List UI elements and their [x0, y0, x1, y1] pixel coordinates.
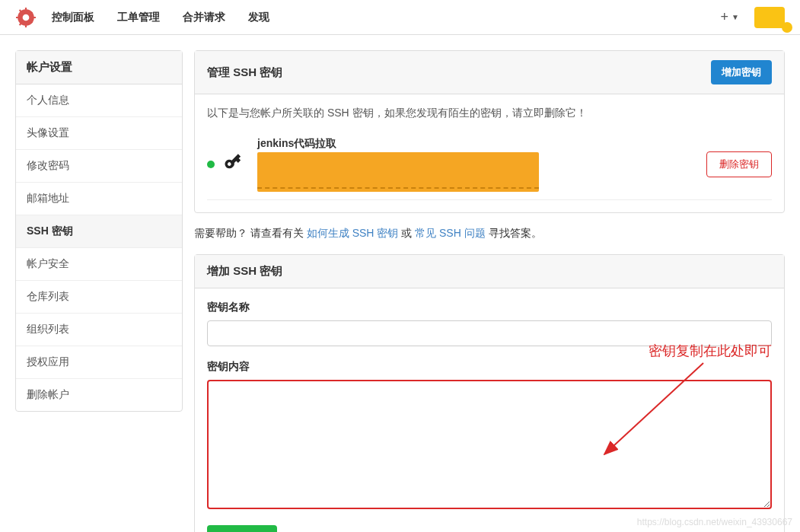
annotation-text: 密钥复制在此处即可	[649, 342, 772, 360]
help-link-generate[interactable]: 如何生成 SSH 密钥	[307, 227, 399, 239]
sidebar-item-security[interactable]: 帐户安全	[16, 248, 182, 281]
add-key-button-top[interactable]: 增加密钥	[711, 60, 772, 84]
delete-key-button[interactable]: 删除密钥	[706, 151, 772, 177]
key-name-label: 密钥名称	[207, 301, 772, 314]
sidebar-item-profile[interactable]: 个人信息	[16, 84, 182, 117]
key-content-textarea[interactable]	[207, 380, 772, 509]
help-text: 需要帮助？ 请查看有关 如何生成 SSH 密钥 或 常见 SSH 问题 寻找答案…	[194, 227, 785, 241]
key-content-label: 密钥内容	[207, 360, 772, 374]
create-dropdown[interactable]: + ▼	[721, 9, 739, 25]
sidebar-item-password[interactable]: 修改密码	[16, 150, 182, 183]
manage-ssh-panel: 管理 SSH 密钥 增加密钥 以下是与您帐户所关联的 SSH 密钥，如果您发现有…	[194, 50, 785, 213]
key-fingerprint-redacted	[257, 152, 539, 192]
top-nav: 控制面板 工单管理 合并请求 发现 + ▼	[0, 0, 800, 35]
logo-icon[interactable]	[15, 7, 37, 28]
plus-icon: +	[721, 9, 729, 25]
help-suffix: 寻找答案。	[486, 227, 542, 239]
add-ssh-panel: 增加 SSH 密钥 密钥名称 密钥复制在此处即可	[194, 254, 785, 532]
help-mid: 或	[398, 227, 415, 239]
sidebar-item-delete[interactable]: 删除帐户	[16, 379, 182, 411]
account-settings-panel: 帐户设置 个人信息 头像设置 修改密码 邮箱地址 SSH 密钥 帐户安全 仓库列…	[15, 50, 183, 412]
user-dropdown[interactable]	[754, 7, 785, 28]
add-ssh-title: 增加 SSH 密钥	[207, 264, 282, 279]
key-status-dot-icon	[207, 161, 215, 168]
avatar	[754, 7, 785, 28]
sidebar-item-repos[interactable]: 仓库列表	[16, 281, 182, 314]
nav-pulls[interactable]: 合并请求	[183, 11, 225, 24]
help-prefix: 需要帮助？ 请查看有关	[194, 227, 307, 239]
nav-dashboard[interactable]: 控制面板	[52, 11, 94, 24]
sidebar-item-email[interactable]: 邮箱地址	[16, 183, 182, 215]
nav-right: + ▼	[721, 7, 785, 28]
sidebar-item-apps[interactable]: 授权应用	[16, 346, 182, 379]
watermark: https://blog.csdn.net/weixin_43930667	[637, 517, 792, 527]
sidebar-item-ssh[interactable]: SSH 密钥	[16, 215, 182, 248]
manage-ssh-description: 以下是与您帐户所关联的 SSH 密钥，如果您发现有陌生的密钥，请立即删除它！	[207, 107, 772, 120]
sidebar-item-avatar[interactable]: 头像设置	[16, 117, 182, 150]
key-icon	[219, 148, 253, 181]
add-key-submit-button[interactable]: 增加密钥	[207, 525, 277, 532]
manage-ssh-title: 管理 SSH 密钥	[207, 65, 282, 80]
chevron-down-icon: ▼	[731, 13, 739, 21]
help-link-faq[interactable]: 常见 SSH 问题	[415, 227, 486, 239]
nav-issues[interactable]: 工单管理	[117, 11, 160, 24]
key-name: jenkins代码拉取	[257, 137, 696, 151]
nav-links: 控制面板 工单管理 合并请求 发现	[52, 11, 721, 24]
sidebar-header: 帐户设置	[16, 51, 182, 84]
nav-explore[interactable]: 发现	[248, 11, 269, 24]
sidebar-item-orgs[interactable]: 组织列表	[16, 314, 182, 346]
ssh-key-row: jenkins代码拉取 删除密钥	[207, 132, 772, 200]
